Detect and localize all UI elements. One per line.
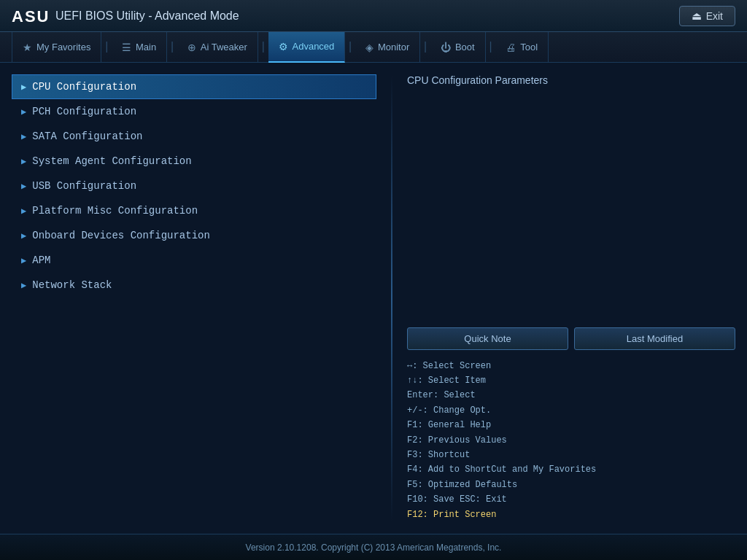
nav-item-my-favorites[interactable]: ★ My Favorites (12, 32, 101, 63)
header-title: UEFI BIOS Utility - Advanced Mode (55, 9, 239, 23)
right-panel: CPU Configuration Parameters Quick Note … (407, 74, 735, 522)
nav-label-tool: Tool (520, 42, 538, 52)
menu-label-onboard-devices-configuration: Onboard Devices Configuration (32, 230, 210, 241)
help-text-block: ↔: Select Screen ↑↓: Select Item Enter: … (407, 359, 735, 522)
nav-bar: ★ My Favorites | ☰ Main | ⊕ Ai Tweaker |… (0, 32, 747, 63)
help-line-4: +/-: Change Opt. (407, 403, 735, 418)
help-line-8: F4: Add to ShortCut and My Favorites (407, 462, 735, 477)
help-line-11: F12: Print Screen (407, 508, 735, 522)
nav-sep-6: | (487, 41, 495, 54)
nav-label-boot: Boot (455, 42, 475, 52)
exit-button[interactable]: ⏏ Exit (679, 6, 735, 26)
exit-icon: ⏏ (692, 9, 702, 23)
asus-logo-svg: ASUS (12, 6, 50, 26)
nav-label-advanced: Advanced (293, 41, 335, 52)
arrow-icon-onboard: ▶ (21, 230, 26, 241)
menu-item-apm[interactable]: ▶ APM (12, 248, 376, 273)
help-line-7: F3: Shortcut (407, 448, 735, 462)
exit-label: Exit (706, 10, 723, 22)
footer-text: Version 2.10.1208. Copyright (C) 2013 Am… (246, 542, 502, 553)
nav-sep-3: | (260, 41, 267, 54)
help-line-6: F2: Previous Values (407, 433, 735, 448)
menu-label-apm: APM (32, 254, 50, 266)
help-line-9: F5: Optimzed Defaults (407, 478, 735, 492)
menu-label-system-agent-configuration: System Agent Configuration (32, 155, 191, 167)
svg-text:ASUS: ASUS (12, 7, 50, 26)
nav-sep-5: | (422, 41, 429, 54)
arrow-icon-cpu: ▶ (21, 82, 26, 93)
tool-icon: 🖨 (506, 42, 516, 53)
button-row: Quick Note Last Modified (407, 327, 735, 350)
panel-divider (391, 74, 392, 522)
menu-label-platform-misc-configuration: Platform Misc Configuration (32, 205, 198, 217)
highlight-f12: F12: Print Screen (407, 510, 496, 520)
boot-icon: ⏻ (441, 42, 451, 53)
asus-logo: ASUS (12, 6, 50, 26)
monitor-icon: ◈ (365, 42, 374, 53)
arrow-icon-sata: ▶ (21, 131, 26, 142)
nav-label-ai-tweaker: Ai Tweaker (201, 42, 247, 52)
arrow-icon-platform: ▶ (21, 206, 26, 217)
nav-item-monitor[interactable]: ◈ Monitor (355, 32, 420, 63)
help-line-5: F1: General Help (407, 418, 735, 432)
arrow-icon-apm: ▶ (21, 255, 26, 266)
footer: Version 2.10.1208. Copyright (C) 2013 Am… (0, 534, 747, 560)
menu-item-usb-configuration[interactable]: ▶ USB Configuration (12, 174, 376, 198)
menu-label-cpu-configuration: CPU Configuration (32, 81, 136, 93)
nav-sep-2: | (169, 41, 176, 54)
menu-label-network-stack: Network Stack (32, 279, 112, 291)
arrow-icon-network: ▶ (21, 280, 26, 291)
menu-item-onboard-devices-configuration[interactable]: ▶ Onboard Devices Configuration (12, 223, 376, 248)
help-line-2: ↑↓: Select Item (407, 373, 735, 388)
quick-note-button[interactable]: Quick Note (407, 327, 568, 350)
menu-item-pch-configuration[interactable]: ▶ PCH Configuration (12, 99, 376, 124)
help-title: CPU Configuration Parameters (407, 74, 735, 220)
nav-label-my-favorites: My Favorites (36, 42, 90, 52)
help-line-1: ↔: Select Screen (407, 359, 735, 373)
nav-item-advanced[interactable]: ⚙ Advanced (268, 32, 346, 63)
arrow-icon-pch: ▶ (21, 106, 26, 117)
menu-label-sata-configuration: SATA Configuration (32, 131, 142, 142)
last-modified-button[interactable]: Last Modified (574, 327, 735, 350)
star-icon: ★ (23, 42, 32, 53)
arrow-icon-system-agent: ▶ (21, 156, 26, 167)
ai-tweaker-icon: ⊕ (187, 42, 196, 53)
nav-sep-1: | (103, 41, 110, 54)
nav-sep-4: | (347, 41, 354, 54)
advanced-icon: ⚙ (279, 41, 288, 52)
menu-item-cpu-configuration[interactable]: ▶ CPU Configuration (12, 74, 376, 99)
list-icon: ☰ (122, 42, 131, 53)
menu-item-platform-misc-configuration[interactable]: ▶ Platform Misc Configuration (12, 198, 376, 223)
menu-item-network-stack[interactable]: ▶ Network Stack (12, 273, 376, 298)
help-line-10: F10: Save ESC: Exit (407, 492, 735, 507)
main-content: ▶ CPU Configuration ▶ PCH Configuration … (0, 63, 747, 534)
nav-label-main: Main (136, 42, 156, 52)
nav-item-ai-tweaker[interactable]: ⊕ Ai Tweaker (177, 32, 258, 63)
menu-label-usb-configuration: USB Configuration (32, 180, 136, 192)
menu-label-pch-configuration: PCH Configuration (32, 106, 136, 117)
menu-item-sata-configuration[interactable]: ▶ SATA Configuration (12, 124, 376, 149)
help-line-3: Enter: Select (407, 388, 735, 402)
arrow-icon-usb: ▶ (21, 181, 26, 192)
header: ASUS UEFI BIOS Utility - Advanced Mode ⏏… (0, 0, 747, 32)
nav-label-monitor: Monitor (378, 42, 409, 52)
nav-item-main[interactable]: ☰ Main (112, 32, 167, 63)
menu-item-system-agent-configuration[interactable]: ▶ System Agent Configuration (12, 149, 376, 174)
left-panel: ▶ CPU Configuration ▶ PCH Configuration … (12, 74, 376, 522)
nav-item-tool[interactable]: 🖨 Tool (495, 32, 549, 63)
nav-item-boot[interactable]: ⏻ Boot (430, 32, 486, 63)
